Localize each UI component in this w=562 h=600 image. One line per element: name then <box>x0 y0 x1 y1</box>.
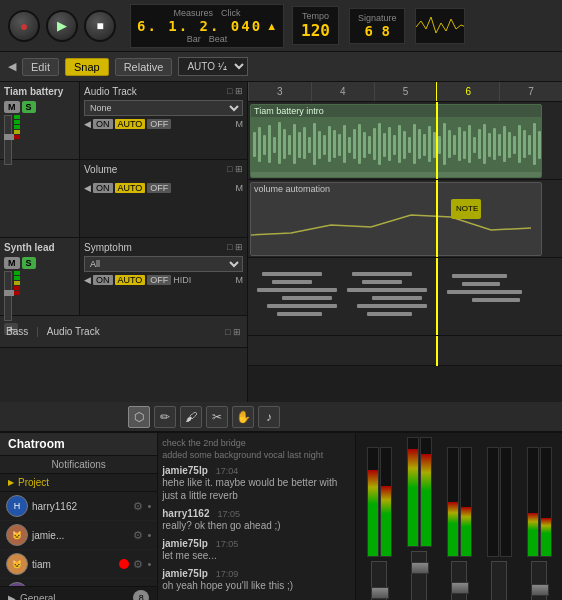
left-arrow-3[interactable]: ◀ <box>84 275 91 285</box>
relative-button[interactable]: Relative <box>115 58 173 76</box>
svg-rect-72 <box>347 288 427 292</box>
track-label-2 <box>0 160 80 237</box>
left-arrow-2[interactable]: ◀ <box>84 183 91 193</box>
general-item[interactable]: ▶ General 8 <box>0 586 157 600</box>
off-btn-3[interactable]: OFF <box>147 275 171 285</box>
channel-fader-3[interactable] <box>451 561 467 600</box>
user-crimso[interactable]: C crimso... ⚙ • <box>0 579 157 586</box>
svg-rect-77 <box>462 282 500 286</box>
notifications-label: Notifications <box>51 459 105 470</box>
project-item[interactable]: Project <box>0 474 157 492</box>
gear-jamie[interactable]: ⚙ <box>133 529 143 542</box>
general-badge: 8 <box>133 590 149 600</box>
svg-rect-78 <box>447 290 522 294</box>
user-jamie[interactable]: 🐱 jamie... ⚙ • <box>0 521 157 550</box>
timeline-markers: 3 4 5 6 7 <box>248 82 562 101</box>
scissors-tool[interactable]: ✂ <box>206 406 228 428</box>
audio-clip-1[interactable]: Tiam battery intro <box>250 104 542 178</box>
on-btn-3[interactable]: ON <box>93 275 113 285</box>
msg-time-1: 17:04 <box>216 466 239 476</box>
vu-fill-1b <box>381 486 391 556</box>
off-btn-2[interactable]: OFF <box>147 183 171 193</box>
playhead-2 <box>436 180 438 257</box>
svg-rect-70 <box>352 272 412 276</box>
svg-rect-64 <box>262 272 322 276</box>
play-button[interactable]: ▶ <box>46 10 78 42</box>
fader-3[interactable] <box>4 271 12 321</box>
user-harry[interactable]: H harry1162 ⚙ • <box>0 492 157 521</box>
channel-fader-1[interactable] <box>371 561 387 600</box>
svg-text:NOTE: NOTE <box>456 204 478 213</box>
track-plugin-3: Symptohm □ ⊞ All ◀ ON AUTO OFF HIDI M <box>80 238 247 315</box>
avatar-tiam: 🐱 <box>6 553 28 575</box>
stop-button[interactable]: ■ <box>84 10 116 42</box>
mute-btn-3[interactable]: M <box>4 257 20 269</box>
svg-rect-56 <box>523 130 526 158</box>
pencil-tool[interactable]: ✏ <box>154 406 176 428</box>
mixer-panel: -15 SOLO MUTE 6.5 SOLO <box>356 433 562 600</box>
plugin-name-1: Audio Track □ ⊞ <box>84 86 243 97</box>
track-name-4: Bass <box>6 326 28 337</box>
chatroom-title: Chatroom <box>8 437 65 451</box>
msg-row-3: jamie75lp 17:05 let me see... <box>162 534 351 562</box>
svg-rect-58 <box>533 123 536 165</box>
channel-fader-4[interactable] <box>491 561 507 600</box>
time-display: Measures Click 6. 1. 2. 040 ▲ Bar Beat <box>130 4 284 48</box>
automation-clip-1[interactable]: volume automation NOTE <box>250 182 542 256</box>
user-list: H harry1162 ⚙ • 🐱 jamie... ⚙ • 🐱 tiam ⚙ … <box>0 492 157 586</box>
track-plugin-2: Volume □ ⊞ ◀ ON AUTO OFF M <box>80 160 247 237</box>
svg-rect-40 <box>443 123 446 165</box>
plugin-select-3[interactable]: All <box>84 256 243 272</box>
gear-tiam[interactable]: ⚙ <box>133 558 143 571</box>
gear-harry[interactable]: ⚙ <box>133 500 143 513</box>
vu-meter-2a <box>407 437 419 547</box>
svg-rect-69 <box>277 312 322 316</box>
msg-text-2: really? ok then go ahead ;) <box>162 519 351 532</box>
off-btn-1[interactable]: OFF <box>147 119 171 129</box>
hand-tool[interactable]: ✋ <box>232 406 254 428</box>
channel-fader-5[interactable] <box>531 561 547 600</box>
mute-btn-1[interactable]: M <box>4 101 20 113</box>
auto-btn-2[interactable]: AUTO <box>115 183 146 193</box>
svg-rect-10 <box>293 124 296 164</box>
mixer-channels: -15 SOLO MUTE 6.5 SOLO <box>356 433 562 600</box>
timeline-panel: 3 4 5 6 7 Tiam battery intro <box>248 82 562 402</box>
vu-pair-5 <box>527 447 552 557</box>
auto-btn-1[interactable]: AUTO <box>115 119 146 129</box>
edit-button[interactable]: Edit <box>22 58 59 76</box>
solo-btn-1[interactable]: S <box>22 101 36 113</box>
record-button[interactable]: ● <box>8 10 40 42</box>
svg-rect-44 <box>463 131 466 159</box>
on-btn-1[interactable]: ON <box>93 119 113 129</box>
fader-1[interactable] <box>4 115 12 165</box>
svg-rect-37 <box>428 126 431 162</box>
dot-tiam: • <box>147 558 151 570</box>
notifications-btn[interactable]: Notifications <box>0 456 157 474</box>
msg-user-2: harry1162 <box>162 508 209 519</box>
cursor-tool[interactable]: ⬡ <box>128 406 150 428</box>
left-arrow-1[interactable]: ◀ <box>84 119 91 129</box>
on-btn-2[interactable]: ON <box>93 183 113 193</box>
svg-rect-20 <box>343 125 346 163</box>
snap-button[interactable]: Snap <box>65 58 109 76</box>
measures-label: Measures <box>174 8 214 18</box>
plugin-select-1[interactable]: None <box>84 100 243 116</box>
svg-rect-12 <box>303 127 306 159</box>
svg-rect-75 <box>367 312 412 316</box>
channel-fader-2[interactable] <box>411 551 427 600</box>
project-label: Project <box>18 477 49 488</box>
msg-user-3: jamie75lp <box>162 538 208 549</box>
svg-rect-25 <box>368 136 371 154</box>
solo-btn-3[interactable]: S <box>22 257 36 269</box>
msg-time-3: 17:05 <box>216 539 239 549</box>
paint-tool[interactable]: 🖌 <box>180 406 202 428</box>
vu-meter-3b <box>460 447 472 557</box>
auto-btn-3[interactable]: AUTO <box>115 275 146 285</box>
track-row-1: Tiam battery M S <box>0 82 247 160</box>
svg-rect-19 <box>338 134 341 156</box>
note-tool[interactable]: ♪ <box>258 406 280 428</box>
auto-select[interactable]: AUTO ¹⁄₄ <box>178 57 248 76</box>
user-tiam[interactable]: 🐱 tiam ⚙ • <box>0 550 157 579</box>
automation-label-1: volume automation <box>251 183 541 195</box>
track-name-3: Synth lead <box>4 242 75 253</box>
